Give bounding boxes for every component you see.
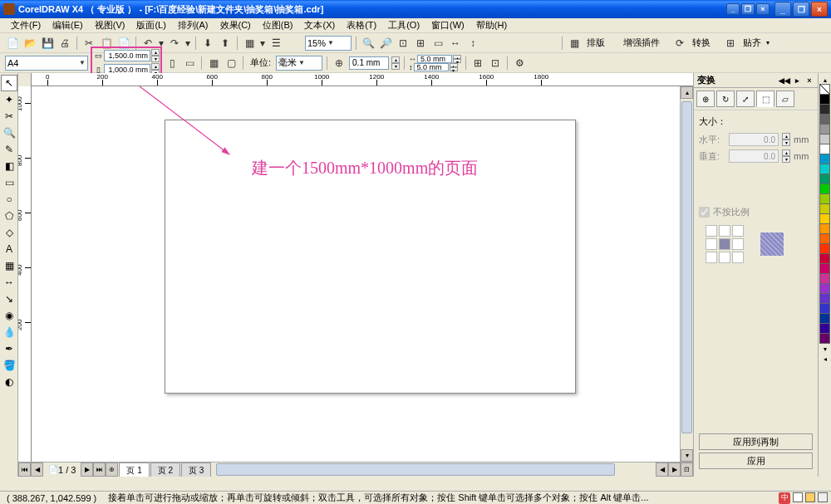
app-launcher-button[interactable]: ▦ (242, 36, 257, 51)
snap-icon[interactable]: ⊞ (723, 36, 738, 51)
menu-item-3[interactable]: 版面(L) (130, 17, 171, 33)
menu-item-6[interactable]: 位图(B) (257, 17, 299, 33)
connector-tool[interactable]: ↘ (1, 291, 17, 307)
width-spinner[interactable]: ▴▾ (151, 49, 160, 62)
menu-item-7[interactable]: 文本(X) (298, 17, 341, 33)
page-tab-2[interactable]: 页 2 (150, 462, 180, 477)
welcome-button[interactable]: ☰ (268, 36, 283, 51)
dimension-tool[interactable]: ↔ (1, 274, 17, 291)
app-launcher-dropdown[interactable]: ▾ (259, 36, 266, 51)
freehand-tool[interactable]: ✎ (1, 141, 17, 158)
zoom-in-button[interactable]: 🔍 (361, 36, 376, 51)
rectangle-tool[interactable]: ▭ (1, 174, 17, 191)
vertical-input[interactable] (729, 149, 779, 163)
nudge-input[interactable] (349, 56, 389, 70)
ime-indicator[interactable]: 中 (779, 492, 790, 504)
docker-close-button[interactable]: × (804, 76, 814, 86)
navigator-button[interactable]: ⊡ (681, 462, 693, 477)
blend-tool[interactable]: ◉ (1, 307, 17, 324)
horizontal-spinner[interactable]: ▴▾ (782, 133, 790, 146)
doc-restore-button[interactable]: ❐ (741, 3, 755, 15)
skew-tab[interactable]: ▱ (776, 91, 794, 107)
zoom-width-button[interactable]: ↔ (448, 36, 463, 51)
export-button[interactable]: ⬆ (218, 36, 233, 51)
minimize-button[interactable]: _ (774, 2, 791, 17)
last-page-button[interactable]: ⏭ (93, 462, 106, 477)
smart-fill-tool[interactable]: ◧ (1, 158, 17, 174)
color-swatch-24[interactable] (819, 333, 830, 344)
vertical-scrollbar[interactable]: ▴ ▾ (680, 86, 693, 462)
crop-tool[interactable]: ✂ (1, 108, 17, 125)
ime-mode-2[interactable] (805, 492, 815, 502)
anchor-grid[interactable] (706, 225, 744, 263)
snap-label[interactable]: 贴齐 (740, 37, 764, 49)
menu-item-5[interactable]: 效果(C) (214, 17, 257, 33)
scale-tab[interactable]: ⤢ (736, 91, 755, 107)
text-tool[interactable]: A (1, 241, 17, 257)
apply-duplicate-button[interactable]: 应用到再制 (699, 433, 813, 450)
zoom-out-button[interactable]: 🔎 (378, 36, 393, 51)
scroll-left-button[interactable]: ◀ (656, 462, 668, 477)
apply-button[interactable]: 应用 (699, 453, 813, 469)
proportion-checkbox[interactable] (699, 207, 710, 218)
pick-tool[interactable]: ↖ (1, 75, 17, 91)
menu-item-9[interactable]: 工具(O) (382, 17, 425, 33)
proportion-checkbox-row[interactable]: 不按比例 (699, 206, 813, 218)
layout-label[interactable]: 排版 (584, 37, 607, 49)
next-page-button[interactable]: ▶ (81, 462, 93, 477)
menu-item-11[interactable]: 帮助(H) (470, 17, 513, 33)
new-button[interactable]: 📄 (5, 36, 20, 51)
shape-tool[interactable]: ✦ (1, 91, 17, 108)
menu-item-10[interactable]: 窗口(W) (425, 17, 470, 33)
size-tab[interactable]: ⬚ (756, 91, 774, 107)
duplicate-offset-button[interactable]: ⊞ (470, 56, 485, 71)
zoom-all-button[interactable]: ⊞ (413, 36, 428, 51)
rotate-tab[interactable]: ↻ (716, 91, 735, 107)
prev-page-button[interactable]: ◀ (31, 462, 43, 477)
dup-y-input[interactable] (414, 63, 449, 71)
convert-label[interactable]: 转换 (690, 37, 713, 49)
palette-down-button[interactable]: ▾ (819, 344, 831, 354)
close-button[interactable]: × (811, 2, 828, 17)
page-tab-3[interactable]: 页 3 (181, 462, 211, 477)
menu-item-2[interactable]: 视图(V) (89, 17, 131, 33)
zoom-page-button[interactable]: ▭ (430, 36, 445, 51)
eyedropper-tool[interactable]: 💧 (1, 324, 17, 340)
dup-x-input[interactable] (417, 55, 452, 63)
zoom-combo[interactable]: 15%▼ (305, 36, 352, 51)
scroll-right-button[interactable]: ▶ (668, 462, 681, 477)
position-tab[interactable]: ⊕ (696, 91, 715, 107)
basic-shapes-tool[interactable]: ◇ (1, 224, 17, 241)
docker-prev-button[interactable]: ◀◀ (779, 76, 789, 86)
redo-dropdown[interactable]: ▾ (184, 36, 191, 51)
dup-x-spinner[interactable]: ▴▾ (453, 55, 461, 63)
convert-icon[interactable]: ⟳ (672, 36, 687, 51)
table-tool[interactable]: ▦ (1, 257, 17, 274)
menu-item-1[interactable]: 编辑(E) (47, 17, 89, 33)
vscroll-thumb[interactable] (681, 101, 692, 433)
vertical-ruler[interactable]: 1000800600400200 (18, 86, 32, 462)
plugin-label[interactable]: 增强插件 (621, 37, 662, 49)
nudge-spinner[interactable]: ▴▾ (391, 56, 400, 70)
units-combo[interactable]: 毫米▼ (276, 56, 322, 71)
ime-mode-3[interactable] (818, 492, 828, 502)
no-fill-swatch[interactable] (819, 84, 830, 95)
vertical-spinner[interactable]: ▴▾ (782, 149, 790, 163)
canvas[interactable]: 建一个1500mm*1000mm的页面 (32, 86, 680, 462)
page-width-input[interactable] (104, 50, 150, 61)
maximize-button[interactable]: ❐ (793, 2, 809, 17)
snapping-button[interactable]: ⊡ (488, 56, 503, 71)
outline-tool[interactable]: ✒ (1, 340, 17, 357)
menu-item-0[interactable]: 文件(F) (5, 17, 47, 33)
scroll-up-button[interactable]: ▴ (681, 86, 693, 99)
zoom-tool[interactable]: 🔍 (1, 125, 17, 141)
interactive-fill-tool[interactable]: ◐ (1, 374, 17, 390)
horizontal-input[interactable] (729, 133, 779, 146)
zoom-selection-button[interactable]: ⊡ (396, 36, 411, 51)
doc-close-button[interactable]: × (756, 3, 770, 15)
options-button[interactable]: ⚙ (512, 56, 527, 71)
menu-item-4[interactable]: 排列(A) (172, 17, 214, 33)
page-tab-1[interactable]: 页 1 (119, 462, 149, 477)
fill-tool[interactable]: 🪣 (1, 357, 17, 374)
dup-y-spinner[interactable]: ▴▾ (450, 63, 458, 71)
